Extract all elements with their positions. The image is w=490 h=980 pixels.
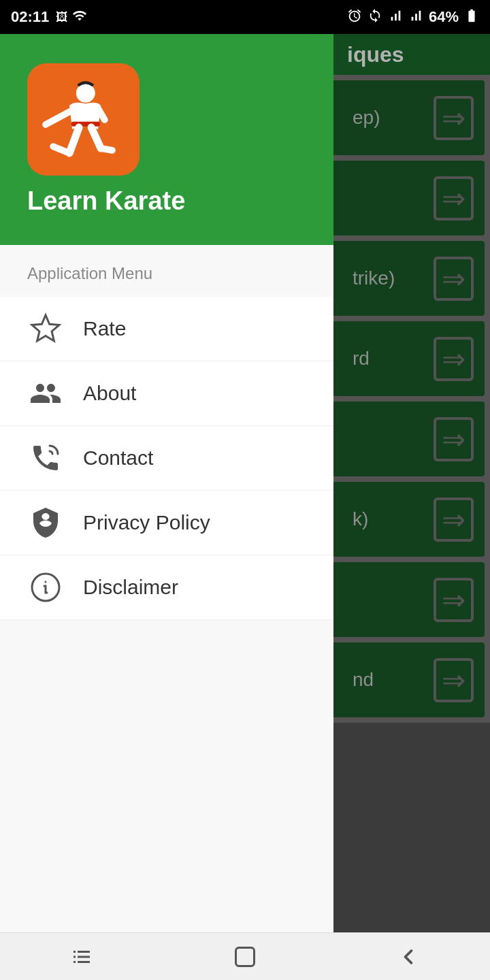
shield-icon: [27, 504, 64, 541]
home-button[interactable]: [225, 940, 265, 974]
nav-bar: [0, 932, 490, 980]
menu-section: Application Menu Rate About: [0, 245, 333, 980]
status-bar-right: 64%: [347, 8, 479, 27]
menu-item-rate[interactable]: Rate: [0, 297, 333, 361]
signal-icon: [72, 8, 87, 27]
star-icon: [27, 310, 64, 347]
status-bar: 02:11 🖼: [0, 0, 490, 34]
recent-apps-button[interactable]: [61, 940, 102, 974]
status-icons: 🖼: [56, 8, 87, 27]
app-icon-wrapper: [27, 63, 140, 176]
about-label: About: [83, 382, 136, 405]
menu-item-privacy[interactable]: Privacy Policy: [0, 491, 333, 555]
disclaimer-label: Disclaimer: [83, 576, 178, 599]
battery-percent: 64%: [429, 8, 459, 26]
svg-rect-3: [236, 947, 255, 966]
battery-icon: [464, 8, 479, 27]
contact-label: Contact: [83, 446, 153, 470]
side-drawer: Learn Karate Application Menu Rate About: [0, 34, 333, 980]
karate-icon: [36, 72, 131, 167]
menu-item-about[interactable]: About: [0, 361, 333, 426]
back-button[interactable]: [388, 940, 429, 974]
phone-icon: [27, 440, 64, 476]
privacy-policy-label: Privacy Policy: [83, 511, 210, 534]
people-icon: [27, 375, 64, 412]
signal-bars2-icon: [408, 8, 423, 27]
app-title: Learn Karate: [27, 186, 185, 216]
sync-icon: [368, 8, 382, 27]
info-icon: [27, 569, 64, 606]
status-time: 02:11: [11, 8, 49, 26]
alarm-icon: [347, 8, 362, 27]
image-icon: 🖼: [56, 10, 68, 24]
status-bar-left: 02:11 🖼: [11, 8, 87, 27]
menu-section-label: Application Menu: [0, 245, 333, 297]
menu-item-disclaimer[interactable]: Disclaimer: [0, 555, 333, 620]
drawer-header: Learn Karate: [0, 34, 333, 245]
signal-bars-icon: [388, 8, 403, 27]
rate-label: Rate: [83, 317, 126, 340]
menu-item-contact[interactable]: Contact: [0, 426, 333, 491]
